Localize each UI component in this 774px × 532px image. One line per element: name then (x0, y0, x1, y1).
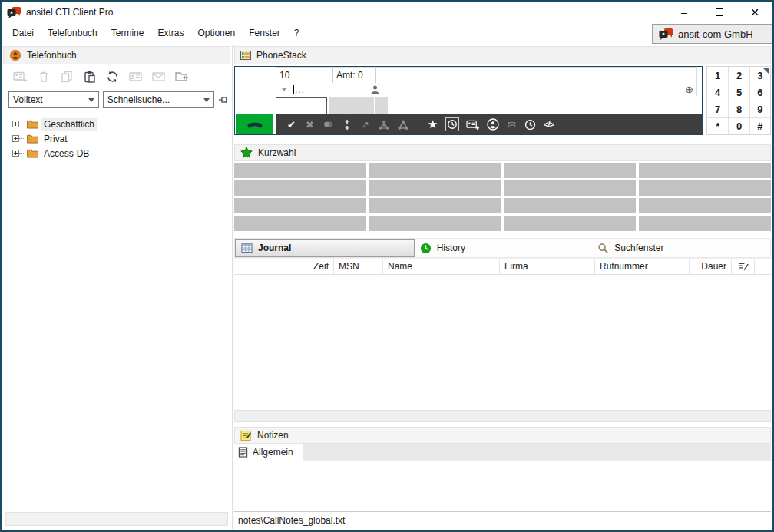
keypad-0[interactable]: 0 (728, 117, 749, 134)
favorites-icon[interactable]: ★ (427, 117, 438, 131)
text-cursor (293, 85, 294, 94)
paste-icon[interactable] (81, 69, 98, 84)
menu-datei[interactable]: Datei (5, 25, 41, 41)
menu-fenster[interactable]: Fenster (242, 25, 287, 41)
tab-suchfenster[interactable]: Suchfenster (592, 239, 770, 257)
keypad-5[interactable]: 5 (728, 84, 749, 101)
expand-plus-icon[interactable] (12, 121, 19, 127)
tab-allgemein[interactable]: Allgemein (234, 444, 303, 461)
add-contact-icon[interactable] (466, 119, 480, 131)
call-tab-small[interactable] (375, 97, 388, 114)
contact-card-icon[interactable] (127, 69, 144, 84)
speed-dial-button[interactable] (369, 216, 501, 231)
speed-dial-button[interactable] (369, 163, 501, 178)
speed-dial-button[interactable] (639, 216, 771, 231)
expand-plus-icon[interactable] (12, 135, 19, 142)
speed-dial-button[interactable] (639, 198, 771, 213)
email-icon[interactable]: ✉ (506, 119, 518, 131)
conference-add-icon[interactable] (378, 119, 390, 131)
menu-hilfe[interactable]: ? (287, 25, 306, 41)
tree-item-geschaeftlich[interactable]: Geschäftlich (12, 117, 230, 131)
hold-icon[interactable] (322, 120, 334, 129)
tree-connector (19, 124, 25, 124)
speed-dial-button[interactable] (639, 180, 771, 196)
edit-list-icon[interactable] (732, 259, 755, 274)
speed-dial-button[interactable] (234, 198, 366, 213)
keypad-3[interactable]: 3 (749, 67, 770, 84)
col-zeit[interactable]: Zeit (234, 259, 334, 274)
keypad-hash[interactable]: # (749, 117, 770, 134)
menu-extras[interactable]: Extras (150, 25, 190, 41)
keypad-1[interactable]: 1 (707, 67, 728, 84)
kurzwahl-title: Kurzwahl (258, 147, 296, 158)
speed-dial-button[interactable] (234, 163, 366, 178)
dial-input[interactable]: ... (295, 84, 305, 95)
col-dauer[interactable]: Dauer (690, 259, 732, 274)
tree-item-label: Geschäftlich (41, 118, 97, 131)
keypad-7[interactable]: 7 (707, 101, 728, 117)
number-dropdown-icon[interactable] (281, 88, 287, 91)
email-icon[interactable] (150, 69, 167, 84)
speed-dial-button[interactable] (504, 180, 637, 196)
journal-table-body[interactable] (234, 275, 771, 410)
minimize-button[interactable]: – (666, 2, 702, 23)
tree-item-access-db[interactable]: Access-DB (12, 146, 230, 160)
col-rufnummer[interactable]: Rufnummer (595, 259, 690, 274)
timer-icon[interactable] (445, 117, 459, 131)
app-window: ansitel CTI Client Pro – ✕ Datei Telefon… (0, 0, 774, 532)
keypad-6[interactable]: 6 (749, 84, 770, 101)
speed-dial-button[interactable] (504, 216, 637, 231)
tree-item-privat[interactable]: Privat (12, 131, 230, 146)
speed-dial-button[interactable] (369, 198, 501, 213)
col-msn[interactable]: MSN (334, 259, 383, 274)
refresh-icon[interactable] (104, 69, 121, 84)
tree-item-label: Access-DB (41, 147, 91, 160)
contact-icon[interactable] (487, 118, 499, 131)
keypad-8[interactable]: 8 (728, 101, 749, 117)
pin-icon[interactable] (218, 94, 230, 105)
keypad-star[interactable]: * (707, 117, 728, 134)
menu-termine[interactable]: Termine (104, 25, 151, 41)
history-icon[interactable] (524, 119, 536, 131)
speed-dial-button[interactable] (639, 163, 771, 178)
speed-dial-button[interactable] (234, 180, 366, 196)
speed-dial-button[interactable] (234, 216, 366, 231)
status-bar: notes\CallNotes_global.txt (234, 511, 771, 529)
brand-button[interactable]: ansit-com GmbH (652, 24, 772, 44)
horizontal-splitter[interactable] (234, 410, 771, 422)
speed-dial-button[interactable] (504, 163, 637, 178)
speed-dial-button[interactable] (369, 180, 501, 196)
menu-optionen[interactable]: Optionen (190, 25, 242, 41)
keypad-9[interactable]: 9 (749, 101, 770, 117)
notes-body[interactable] (234, 461, 771, 511)
code-icon[interactable]: </> (543, 120, 554, 129)
fulltext-select[interactable]: Volltext (8, 91, 99, 108)
tab-history[interactable]: History (415, 239, 593, 257)
maximize-button[interactable] (702, 2, 737, 23)
copy-icon[interactable] (58, 69, 74, 84)
import-folder-icon[interactable] (174, 69, 190, 84)
keypad-2[interactable]: 2 (728, 67, 749, 84)
call-tab-active[interactable] (276, 97, 327, 114)
expand-plus-icon[interactable] (12, 150, 19, 157)
hangup-icon[interactable]: ✖ (304, 119, 316, 131)
accept-call-icon[interactable]: ✔ (286, 119, 297, 131)
speed-dial-button[interactable] (504, 198, 637, 213)
conference-icon[interactable] (397, 119, 409, 131)
keypad-4[interactable]: 4 (707, 84, 728, 101)
transfer-icon[interactable] (341, 119, 352, 131)
call-tab[interactable] (329, 97, 374, 114)
col-name[interactable]: Name (383, 259, 500, 274)
add-line-icon[interactable]: ⊕ (685, 84, 693, 95)
dial-button[interactable] (237, 114, 273, 134)
quick-search-select[interactable]: Schnellsuche... (103, 91, 214, 108)
folder-icon (27, 119, 38, 129)
close-button[interactable]: ✕ (737, 2, 772, 23)
forward-icon[interactable]: ↗ (359, 119, 371, 131)
add-contact-icon[interactable] (12, 69, 28, 84)
col-firma[interactable]: Firma (500, 259, 595, 274)
phonebook-tree: Geschäftlich Privat Ac (3, 111, 230, 160)
menu-telefonbuch[interactable]: Telefonbuch (41, 25, 104, 41)
delete-icon[interactable] (35, 69, 51, 84)
tab-journal[interactable]: Journal (235, 239, 415, 257)
